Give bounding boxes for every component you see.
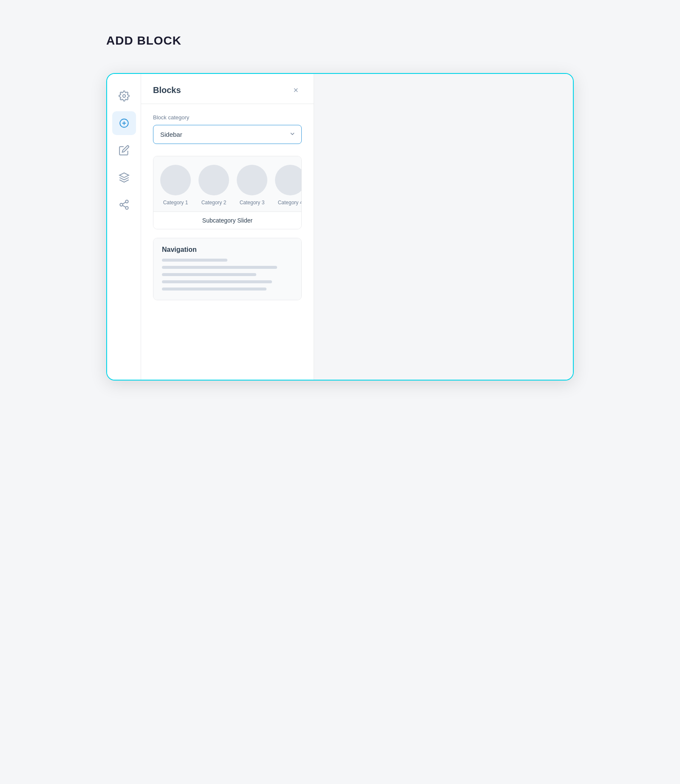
- category-circle-3: [237, 165, 267, 195]
- category-item-4: Category 4: [275, 165, 301, 206]
- blocks-panel: Blocks × Block category Sidebar Header F…: [141, 74, 314, 380]
- blocks-list: Category 1 Category 2 Category 3: [153, 156, 302, 309]
- nav-bar-3: [162, 273, 256, 276]
- sidebar: [107, 74, 141, 380]
- svg-line-9: [122, 202, 125, 204]
- category-circle-1: [160, 165, 191, 195]
- svg-point-0: [122, 95, 125, 98]
- ui-container: Blocks × Block category Sidebar Header F…: [106, 73, 574, 381]
- block-card-navigation[interactable]: Navigation: [153, 238, 302, 300]
- panel-title: Blocks: [153, 85, 181, 95]
- sidebar-item-edit[interactable]: [112, 138, 136, 162]
- svg-point-5: [125, 200, 128, 203]
- select-wrapper: Sidebar Header Footer Content Navigation: [153, 125, 302, 144]
- field-label: Block category: [153, 114, 302, 121]
- main-content-area: [314, 74, 573, 380]
- sidebar-item-layers[interactable]: [112, 166, 136, 189]
- svg-marker-4: [119, 173, 129, 178]
- nav-bar-1: [162, 259, 227, 262]
- page-title: ADD BLOCK: [106, 34, 574, 48]
- svg-point-7: [125, 206, 128, 209]
- category-label-1: Category 1: [163, 200, 188, 206]
- category-item-2: Category 2: [198, 165, 229, 206]
- category-select[interactable]: Sidebar Header Footer Content Navigation: [153, 125, 302, 144]
- block-name-subcategory-slider: Subcategory Slider: [153, 212, 301, 229]
- category-label-2: Category 2: [201, 200, 227, 206]
- svg-line-8: [122, 206, 125, 207]
- category-label-3: Category 3: [240, 200, 265, 206]
- close-button[interactable]: ×: [290, 84, 302, 96]
- nav-bar-2: [162, 266, 277, 269]
- panel-header: Blocks ×: [141, 74, 314, 104]
- sidebar-item-add[interactable]: [112, 111, 136, 135]
- category-circle-4: [275, 165, 301, 195]
- block-card-subcategory-slider[interactable]: Category 1 Category 2 Category 3: [153, 156, 302, 229]
- panel-body: Block category Sidebar Header Footer Con…: [141, 104, 314, 319]
- nav-bar-4: [162, 280, 272, 283]
- category-label-4: Category 4: [278, 200, 301, 206]
- navigation-title: Navigation: [162, 246, 293, 254]
- category-circle-2: [198, 165, 229, 195]
- page-wrapper: ADD BLOCK: [106, 34, 574, 381]
- svg-point-6: [120, 203, 123, 206]
- sidebar-item-share[interactable]: [112, 193, 136, 217]
- sidebar-item-settings[interactable]: [112, 84, 136, 108]
- category-item-3: Category 3: [237, 165, 267, 206]
- subcategory-slider-preview: Category 1 Category 2 Category 3: [153, 156, 301, 212]
- nav-bar-5: [162, 288, 266, 290]
- navigation-preview: Navigation: [153, 238, 301, 300]
- category-item-1: Category 1: [160, 165, 191, 206]
